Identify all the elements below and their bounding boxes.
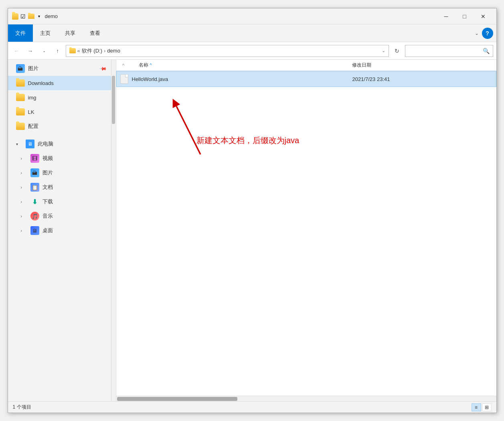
minimize-button[interactable]: ─	[437, 10, 455, 23]
path-drive: 软件 (D:)	[82, 47, 102, 55]
help-button[interactable]: ?	[482, 28, 493, 39]
path-folder-icon	[69, 48, 76, 53]
download-icon: ⬇	[30, 197, 39, 206]
desktop-expand[interactable]: ›	[21, 229, 27, 233]
config-folder-icon	[16, 123, 25, 130]
sidebar: 🏔 图片 📌 Downloads img LK	[8, 60, 111, 401]
sort-chevron: ^	[119, 63, 128, 68]
sidebar-item-pictures2[interactable]: › 🏔 图片	[8, 166, 111, 180]
lk-folder-icon	[16, 108, 25, 115]
java-file-icon	[120, 74, 128, 84]
maximize-button[interactable]: □	[455, 10, 474, 23]
recent-locations-button[interactable]: ⌄	[38, 45, 50, 57]
title-bar: ☑ ▾ demo ─ □ ✕	[8, 8, 496, 24]
desktop-icon: 🖥	[30, 226, 39, 235]
file-date: 2021/7/23 23:41	[352, 76, 493, 82]
documents-expand[interactable]: ›	[21, 185, 27, 190]
sidebar-item-downloads[interactable]: Downloads	[8, 76, 111, 90]
menu-share[interactable]: 共享	[58, 24, 83, 42]
path-dropdown[interactable]: ⌄	[382, 48, 385, 53]
main-area: 🏔 图片 📌 Downloads img LK	[8, 60, 496, 401]
refresh-button[interactable]: ↻	[391, 45, 403, 57]
sidebar-label-documents: 文档	[43, 184, 53, 191]
sidebar-label-desktop: 桌面	[43, 227, 53, 234]
folder-icon	[12, 13, 18, 20]
up-button[interactable]: ↑	[52, 45, 63, 57]
col-header-date[interactable]: 修改日期	[352, 62, 496, 69]
search-box[interactable]: 🔍	[405, 45, 493, 57]
title-bar-icons: ☑ ▾	[12, 13, 43, 20]
status-bar: 1 个项目 ≡ ⊞	[8, 401, 496, 413]
window-title: demo	[45, 13, 58, 19]
close-button[interactable]: ✕	[474, 10, 492, 23]
sidebar-item-img[interactable]: img	[8, 90, 111, 105]
menu-bar: 文件 主页 共享 查看 ⌄ ?	[8, 24, 496, 42]
sidebar-item-thispc[interactable]: ▾ 🖥 此电脑	[8, 137, 111, 151]
sidebar-scrollbar[interactable]	[111, 60, 116, 401]
sort-indicator: ^	[150, 63, 152, 67]
sidebar-scrollbar-thumb[interactable]	[112, 76, 115, 124]
horizontal-scrollbar[interactable]	[116, 396, 496, 401]
pin-icon: 📌	[99, 65, 107, 73]
sidebar-label-thispc: 此电脑	[38, 140, 53, 148]
file-list: HelloWorld.java 2021/7/23 23:41 新建文本文档，后…	[116, 71, 496, 396]
sidebar-item-music[interactable]: › 🎵 音乐	[8, 209, 111, 223]
sidebar-wrapper: 🏔 图片 📌 Downloads img LK	[8, 60, 116, 401]
annotation-arrow	[152, 82, 233, 162]
sidebar-label-pictures: 图片	[28, 65, 38, 72]
path-arrow: ›	[104, 48, 105, 54]
col-header-name[interactable]: 名称 ^	[128, 62, 352, 69]
back-button[interactable]: ←	[11, 45, 22, 57]
pictures2-expand[interactable]: ›	[21, 171, 27, 175]
table-row[interactable]: HelloWorld.java 2021/7/23 23:41	[116, 71, 496, 87]
sidebar-item-downloads2[interactable]: › ⬇ 下载	[8, 194, 111, 209]
menu-view[interactable]: 查看	[83, 24, 107, 42]
sidebar-label-downloads2: 下载	[43, 198, 53, 205]
dropdown-arrow[interactable]: ▾	[36, 13, 43, 20]
menu-file[interactable]: 文件	[8, 24, 33, 42]
sidebar-label-music: 音乐	[43, 213, 53, 220]
thispc-expand[interactable]: ▾	[16, 142, 22, 146]
pictures2-icon: 🏔	[30, 168, 39, 177]
column-headers: ^ 名称 ^ 修改日期	[116, 60, 496, 71]
item-count: 1 个项目	[13, 404, 31, 411]
address-bar: ← → ⌄ ↑ « 软件 (D:) › demo ⌄ ↻ 🔍	[8, 42, 496, 60]
video-expand[interactable]: ›	[21, 156, 27, 161]
pictures-icon: 🏔	[16, 64, 25, 73]
path-folder: demo	[107, 48, 120, 54]
address-path[interactable]: « 软件 (D:) › demo ⌄	[66, 45, 389, 57]
music-expand[interactable]: ›	[21, 214, 27, 219]
music-icon: 🎵	[30, 212, 39, 221]
sidebar-label-video: 视频	[43, 155, 53, 162]
sidebar-label-downloads: Downloads	[28, 80, 54, 86]
quick-access-folder	[28, 13, 34, 20]
downloads-folder-icon	[16, 79, 25, 87]
annotation-text: 新建文本文档，后缀改为java	[196, 135, 300, 146]
sidebar-label-lk: LK	[28, 109, 34, 115]
img-folder-icon	[16, 94, 25, 101]
video-icon: 🎞	[30, 154, 39, 163]
sidebar-item-video[interactable]: › 🎞 视频	[8, 151, 111, 166]
menu-home[interactable]: 主页	[33, 24, 58, 42]
search-input[interactable]	[409, 48, 483, 54]
sidebar-item-lk[interactable]: LK	[8, 105, 111, 119]
file-name: HelloWorld.java	[132, 76, 352, 82]
view-large-icons-button[interactable]: ⊞	[482, 403, 492, 411]
view-buttons: ≡ ⊞	[472, 403, 492, 411]
view-details-button[interactable]: ≡	[472, 403, 481, 411]
file-area: ^ 名称 ^ 修改日期 HelloWorld.java 2021/7/23 23…	[116, 60, 496, 401]
sidebar-item-pictures-pinned[interactable]: 🏔 图片 📌	[8, 61, 111, 76]
path-separator: «	[77, 48, 80, 54]
sidebar-item-documents[interactable]: › 📋 文档	[8, 180, 111, 194]
ribbon-toggle[interactable]: ⌄	[473, 29, 480, 38]
quick-access-checkbox[interactable]: ☑	[20, 13, 26, 20]
file-icon	[120, 75, 129, 83]
downloads2-expand[interactable]: ›	[21, 200, 27, 204]
sidebar-item-desktop[interactable]: › 🖥 桌面	[8, 223, 111, 238]
sidebar-item-config[interactable]: 配置	[8, 119, 111, 134]
menu-bar-right: ⌄ ?	[473, 24, 496, 42]
h-scrollbar-thumb[interactable]	[117, 397, 237, 401]
search-icon[interactable]: 🔍	[483, 48, 490, 54]
forward-button[interactable]: →	[25, 45, 36, 57]
explorer-window: ☑ ▾ demo ─ □ ✕ 文件 主页 共享 查看 ⌄ ? ← → ⌄ ↑	[8, 8, 497, 413]
